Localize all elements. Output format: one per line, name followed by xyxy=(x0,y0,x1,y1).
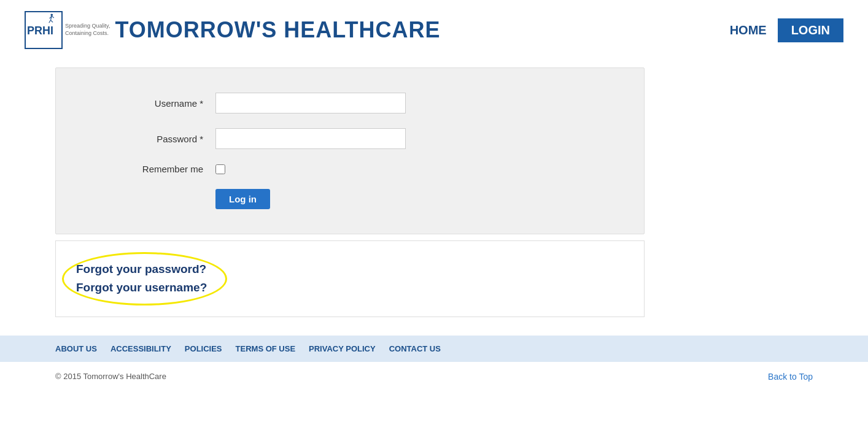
home-link[interactable]: HOME xyxy=(730,23,767,37)
forgot-box: Forgot your password? Forgot your userna… xyxy=(55,240,645,317)
logo-wrapper: PRHI S xyxy=(25,11,441,49)
forgot-highlight-oval: Forgot your password? Forgot your userna… xyxy=(62,252,227,305)
footer-nav-link-terms-of-use[interactable]: TERMS OF USE xyxy=(236,344,309,353)
footer-nav-link-accessibility[interactable]: ACCESSIBILITY xyxy=(110,344,185,353)
forgot-password-link[interactable]: Forgot your password? xyxy=(76,260,207,278)
svg-line-4 xyxy=(49,20,51,23)
password-label: Password * xyxy=(93,134,215,144)
site-title: TOMORROW'S HEALTHCARE xyxy=(115,17,440,43)
logo-tagline: Spreading Quality, xyxy=(65,23,110,30)
back-to-top-link[interactable]: Back to Top xyxy=(768,372,813,382)
footer-bottom: © 2015 Tomorrow's HealthCare Back to Top xyxy=(0,362,868,391)
footer-nav-link-contact-us[interactable]: CONTACT US xyxy=(389,344,454,353)
remember-label: Remember me xyxy=(93,164,215,174)
login-nav-button[interactable]: LOGIN xyxy=(778,18,843,42)
username-row: Username * xyxy=(93,93,607,113)
forgot-username-link[interactable]: Forgot your username? xyxy=(76,278,207,297)
svg-line-7 xyxy=(52,16,54,18)
footer-nav-link-about-us[interactable]: ABOUT US xyxy=(55,344,110,353)
remember-row: Remember me xyxy=(93,164,607,174)
remember-checkbox[interactable] xyxy=(215,164,225,174)
header: PRHI S xyxy=(0,0,868,55)
login-form-box: Username * Password * Remember me Log in xyxy=(55,67,645,234)
main-content: Username * Password * Remember me Log in… xyxy=(0,55,868,329)
prhi-logo-icon: PRHI xyxy=(25,11,63,49)
footer-nav-link-policies[interactable]: POLICIES xyxy=(185,344,236,353)
username-input[interactable] xyxy=(215,93,406,113)
copyright-text: © 2015 Tomorrow's HealthCare xyxy=(55,372,166,381)
login-button-row: Log in xyxy=(93,189,607,209)
nav-area: HOME LOGIN xyxy=(730,18,843,42)
footer-nav: ABOUT USACCESSIBILITYPOLICIESTERMS OF US… xyxy=(0,336,868,362)
password-row: Password * xyxy=(93,128,607,149)
logo-tagline2: Containing Costs. xyxy=(65,30,110,37)
footer-nav-link-privacy-policy[interactable]: PRIVACY POLICY xyxy=(309,344,389,353)
password-input[interactable] xyxy=(215,128,406,149)
svg-point-2 xyxy=(51,13,53,16)
svg-text:PRHI: PRHI xyxy=(27,25,53,37)
svg-line-5 xyxy=(51,20,53,23)
username-label: Username * xyxy=(93,98,215,109)
login-button[interactable]: Log in xyxy=(215,189,270,209)
logo-area: PRHI S xyxy=(25,11,441,49)
